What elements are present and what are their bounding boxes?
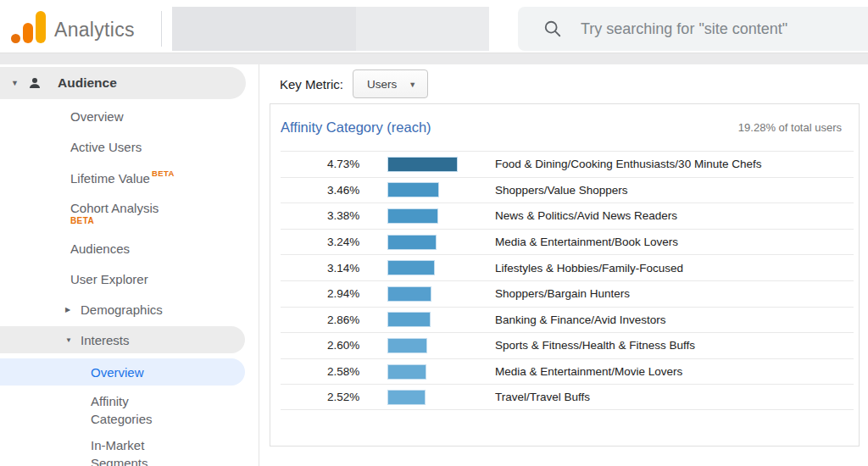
sidebar-item-affinity-categories[interactable]: Affinity Categories xyxy=(0,391,259,430)
chart-row: 2.94%Shoppers/Bargain Hunters xyxy=(281,280,854,307)
chevron-down-icon: ▼ xyxy=(11,79,19,87)
bar xyxy=(388,261,434,275)
chart-row: 3.38%News & Politics/Avid News Readers xyxy=(281,202,854,229)
chevron-down-icon: ▼ xyxy=(65,336,72,344)
sidebar-section-audience[interactable]: ▼ Audience xyxy=(0,67,246,99)
bar-category-label: Food & Dining/Cooking Enthusiasts/30 Min… xyxy=(495,158,854,170)
bar-category-label: Lifestyles & Hobbies/Family-Focused xyxy=(495,262,854,275)
sidebar-item-active-users[interactable]: Active Users xyxy=(0,131,259,162)
search-input[interactable] xyxy=(581,20,860,38)
sidebar-item-label: User Explorer xyxy=(70,272,148,286)
bar-category-label: Media & Entertainment/Movie Lovers xyxy=(495,365,854,378)
bar xyxy=(388,391,425,404)
panel-header: Affinity Category (reach) 19.28% of tota… xyxy=(270,104,859,151)
sidebar-item-overview[interactable]: Overview xyxy=(0,101,259,131)
bar-category-label: Shoppers/Value Shoppers xyxy=(495,184,854,197)
bar xyxy=(388,313,430,326)
bar xyxy=(388,236,436,249)
chart-row: 3.14%Lifestyles & Hobbies/Family-Focused xyxy=(281,254,854,280)
bar-value-label: 3.38% xyxy=(327,209,388,222)
sidebar-item-label: Overview xyxy=(70,109,124,124)
key-metric-label: Key Metric: xyxy=(280,77,343,92)
person-icon xyxy=(27,75,42,94)
bar-category-label: Travel/Travel Buffs xyxy=(495,391,854,403)
bar xyxy=(388,287,431,301)
sidebar-item-cohort-analysis[interactable]: Cohort AnalysisBETA xyxy=(0,192,259,233)
sidebar-item-interests[interactable]: ▼Interests xyxy=(0,326,245,353)
header-bottom-band xyxy=(0,53,868,64)
bar xyxy=(388,339,426,352)
chart-row: 3.24%Media & Entertainment/Book Lovers xyxy=(281,229,854,255)
key-metric-value: Users xyxy=(367,78,397,91)
bar-category-label: Media & Entertainment/Book Lovers xyxy=(495,236,854,248)
bar-value-label: 2.58% xyxy=(327,365,388,378)
bar-category-label: News & Politics/Avid News Readers xyxy=(495,209,854,222)
bar-value-label: 3.14% xyxy=(327,262,388,275)
bar-value-label: 2.86% xyxy=(327,313,388,326)
chart-row: 4.73%Food & Dining/Cooking Enthusiasts/3… xyxy=(281,151,854,177)
bar xyxy=(388,183,438,197)
app-header: Analytics xyxy=(0,0,868,53)
chart-row: 3.46%Shoppers/Value Shoppers xyxy=(281,177,854,203)
chevron-down-icon: ▼ xyxy=(409,80,416,89)
sidebar-item-label: Demographics xyxy=(81,302,163,317)
beta-badge: BETA xyxy=(70,216,94,226)
bar xyxy=(388,158,457,171)
chart-row: 2.60%Sports & Fitness/Health & Fitness B… xyxy=(281,332,854,358)
redacted-account-block xyxy=(172,7,489,51)
sidebar-item-demographics[interactable]: ▶Demographics xyxy=(0,294,259,325)
bar-value-label: 3.24% xyxy=(327,236,388,248)
sidebar-list: OverviewActive UsersLifetime ValueBETACo… xyxy=(0,99,259,466)
sidebar-item-label: Audiences xyxy=(70,241,130,256)
sidebar: ▼ Audience OverviewActive UsersLifetime … xyxy=(0,64,259,466)
chart-row: 2.58%Media & Entertainment/Movie Lovers xyxy=(281,358,854,385)
search-bar[interactable] xyxy=(518,7,868,51)
analytics-logo[interactable]: Analytics xyxy=(10,11,135,43)
bar-value-label: 3.46% xyxy=(327,184,388,197)
bar-category-label: Banking & Finance/Avid Investors xyxy=(495,313,854,326)
bar-value-label: 2.60% xyxy=(327,339,388,352)
sidebar-item-in-market-segments[interactable]: In-Market Segments xyxy=(0,435,259,466)
affinity-bar-chart: 4.73%Food & Dining/Cooking Enthusiasts/3… xyxy=(281,151,854,410)
bar-category-label: Shoppers/Bargain Hunters xyxy=(495,287,854,300)
sidebar-item-label: Overview xyxy=(91,365,144,380)
sidebar-item-label: Affinity Categories xyxy=(91,392,171,428)
total-users-note: 19.28% of total users xyxy=(738,121,842,134)
sidebar-item-label: Lifetime ValueBETA xyxy=(70,169,175,186)
beta-badge: BETA xyxy=(152,169,175,178)
sidebar-item-user-explorer[interactable]: User Explorer xyxy=(0,264,259,294)
panel-title-link[interactable]: Affinity Category (reach) xyxy=(281,119,431,136)
sidebar-item-overview[interactable]: Overview xyxy=(0,358,245,386)
chart-row: 2.52%Travel/Travel Buffs xyxy=(281,384,854,410)
sidebar-item-lifetime-value[interactable]: Lifetime ValueBETA xyxy=(0,162,259,192)
key-metric-dropdown[interactable]: Users ▼ xyxy=(353,69,428,98)
search-icon xyxy=(543,19,562,38)
sidebar-item-label: Interests xyxy=(81,333,130,347)
bar-category-label: Sports & Fitness/Health & Fitness Buffs xyxy=(495,339,854,352)
sidebar-item-label: Active Users xyxy=(70,140,142,154)
key-metric-row: Key Metric: Users ▼ xyxy=(259,64,868,103)
analytics-logo-icon xyxy=(10,11,47,43)
chart-row: 2.86%Banking & Finance/Avid Investors xyxy=(281,307,854,333)
bar-value-label: 2.94% xyxy=(327,287,388,300)
main-content: Key Metric: Users ▼ Affinity Category (r… xyxy=(259,64,868,466)
bar xyxy=(388,365,426,379)
bar-value-label: 2.52% xyxy=(327,391,388,403)
product-name: Analytics xyxy=(54,19,135,43)
sidebar-item-label: In-Market Segments xyxy=(91,436,171,466)
affinity-category-panel: Affinity Category (reach) 19.28% of tota… xyxy=(270,103,860,447)
sidebar-item-audiences[interactable]: Audiences xyxy=(0,233,259,264)
header-divider xyxy=(161,11,162,47)
chevron-right-icon: ▶ xyxy=(65,306,70,313)
bar-value-label: 4.73% xyxy=(327,158,388,170)
sidebar-item-label: Cohort Analysis xyxy=(70,200,159,216)
bar xyxy=(388,209,437,223)
